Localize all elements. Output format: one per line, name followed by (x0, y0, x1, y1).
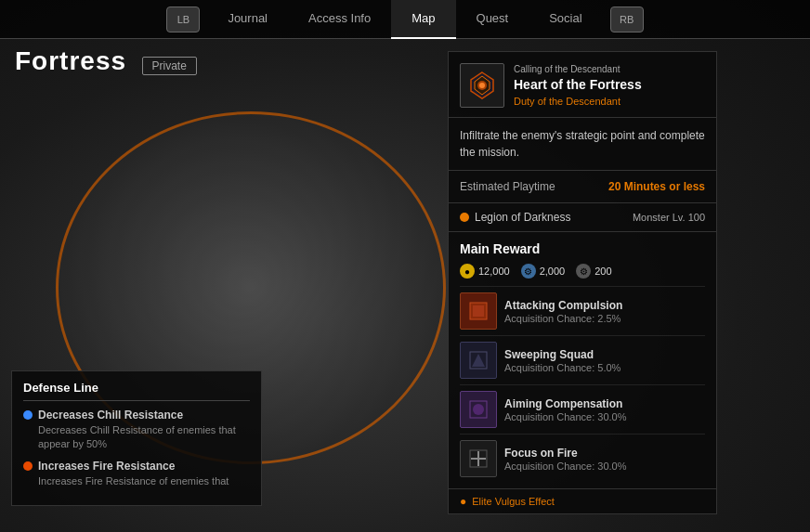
gray-amount: 200 (594, 266, 611, 277)
defense-item-0: Decreases Chill Resistance Decreases Chi… (23, 409, 250, 452)
tab-quest[interactable]: Quest (456, 0, 529, 39)
mission-title-block: Calling of the Descendant Heart of the F… (514, 64, 705, 106)
defense-dot-red-icon (23, 461, 33, 471)
scroll-icon: ● (460, 495, 466, 508)
gold-icon: ● (460, 264, 475, 279)
reward-item-info-3: Focus on Fire Acquisition Chance: 30.0% (504, 447, 705, 472)
defense-item-name-0: Decreases Chill Resistance (38, 409, 183, 422)
scroll-indicator: ● Elite Vulgus Effect (449, 488, 716, 513)
tab-journal[interactable]: Journal (207, 0, 288, 39)
reward-item-info-0: Attacking Compulsion Acquisition Chance:… (504, 299, 705, 324)
reward-section-title: Main Reward (460, 241, 705, 256)
reward-item-icon-2 (460, 391, 497, 428)
reward-item-icon-0 (460, 292, 497, 330)
mission-category: Calling of the Descendant (514, 64, 705, 74)
playtime-label: Estimated Playtime (460, 180, 555, 193)
defense-dot-blue-icon (23, 410, 33, 420)
mission-header: Calling of the Descendant Heart of the F… (449, 52, 716, 118)
reward-item-chance-2: Acquisition Chance: 30.0% (504, 411, 705, 422)
reward-item-chance-1: Acquisition Chance: 5.0% (504, 362, 705, 373)
reward-currency-row: ● 12,000 ⚙ 2,000 ⚙ 200 (460, 264, 705, 279)
page-title: Fortress (15, 46, 126, 75)
enemy-row: Legion of Darkness Monster Lv. 100 (449, 203, 716, 232)
reward-item-icon-1 (460, 342, 497, 379)
playtime-value: 20 Minutes or less (608, 180, 705, 193)
defense-item-desc-0: Decreases Chill Resistance of enemies th… (23, 423, 250, 452)
reward-item-icon-3 (460, 440, 497, 477)
defense-item-name-1: Increases Fire Resistance (38, 460, 175, 473)
currency-blue: ⚙ 2,000 (521, 264, 566, 279)
blue-currency-icon: ⚙ (521, 264, 536, 279)
mission-icon (460, 63, 504, 108)
currency-gray: ⚙ 200 (576, 264, 611, 279)
reward-item-2: Aiming Compensation Acquisition Chance: … (460, 384, 705, 434)
defense-item-desc-1: Increases Fire Resistance of enemies tha… (23, 474, 250, 488)
mission-description: Infiltrate the enemy's strategic point a… (449, 118, 716, 171)
scroll-text: Elite Vulgus Effect (472, 496, 555, 507)
tab-access-info[interactable]: Access Info (288, 0, 391, 39)
reward-item-name-0: Attacking Compulsion (504, 299, 705, 312)
defense-item-header-1: Increases Fire Resistance (23, 460, 250, 473)
info-panel: Calling of the Descendant Heart of the F… (448, 51, 717, 514)
defense-item-header-0: Decreases Chill Resistance (23, 409, 250, 422)
reward-item-name-3: Focus on Fire (504, 447, 705, 460)
reward-item-chance-0: Acquisition Chance: 2.5% (504, 313, 705, 324)
mission-subtitle: Duty of the Descendant (514, 96, 705, 107)
defense-title: Defense Line (23, 381, 250, 401)
top-navigation: LB Journal Access Info Map Quest Social … (0, 0, 810, 39)
private-badge: Private (142, 57, 197, 75)
defense-panel: Defense Line Decreases Chill Resistance … (11, 370, 262, 506)
tab-social[interactable]: Social (529, 0, 602, 39)
defense-item-1: Increases Fire Resistance Increases Fire… (23, 460, 250, 488)
enemy-name: Legion of Darkness (475, 211, 570, 224)
gold-amount: 12,000 (478, 266, 510, 277)
reward-item-3: Focus on Fire Acquisition Chance: 30.0% (460, 434, 705, 483)
reward-item-name-2: Aiming Compensation (504, 397, 705, 410)
playtime-row: Estimated Playtime 20 Minutes or less (449, 171, 716, 203)
reward-item-info-1: Sweeping Squad Acquisition Chance: 5.0% (504, 348, 705, 373)
enemy-dot-icon (460, 213, 469, 222)
enemy-left: Legion of Darkness (460, 211, 570, 224)
svg-rect-5 (473, 305, 484, 317)
svg-point-9 (473, 404, 484, 415)
lb-button[interactable]: LB (166, 6, 200, 32)
reward-section: Main Reward ● 12,000 ⚙ 2,000 ⚙ 200 (449, 232, 716, 488)
reward-item-name-1: Sweeping Squad (504, 348, 705, 361)
currency-gold: ● 12,000 (460, 264, 510, 279)
mission-name: Heart of the Fortress (514, 76, 705, 93)
reward-item-1: Sweeping Squad Acquisition Chance: 5.0% (460, 335, 705, 384)
rb-button[interactable]: RB (610, 6, 644, 32)
reward-item-chance-3: Acquisition Chance: 30.0% (504, 461, 705, 472)
reward-item-info-2: Aiming Compensation Acquisition Chance: … (504, 397, 705, 422)
gray-currency-icon: ⚙ (576, 264, 591, 279)
blue-amount: 2,000 (540, 266, 566, 277)
reward-item-0: Attacking Compulsion Acquisition Chance:… (460, 286, 705, 335)
svg-point-3 (479, 83, 485, 88)
tab-map[interactable]: Map (391, 0, 455, 39)
page-title-area: Fortress Private (15, 46, 197, 76)
enemy-level: Monster Lv. 100 (633, 212, 705, 223)
